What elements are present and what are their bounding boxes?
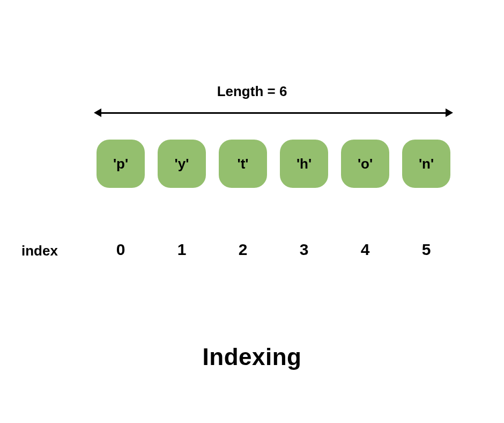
cell-3: 'h' — [280, 140, 328, 188]
diagram-title: Indexing — [203, 344, 302, 370]
index-2: 2 — [219, 240, 267, 259]
arrow-right-icon — [446, 108, 453, 117]
index-1: 1 — [158, 240, 206, 259]
cells-row: 'p' 'y' 't' 'h' 'o' 'n' — [97, 140, 450, 188]
cell-5: 'n' — [402, 140, 450, 188]
cell-4: 'o' — [341, 140, 389, 188]
index-4: 4 — [341, 240, 389, 259]
index-3: 3 — [280, 240, 328, 259]
cell-1: 'y' — [158, 140, 206, 188]
length-label: Length = 6 — [217, 83, 287, 100]
index-label: index — [21, 243, 58, 259]
cell-0: 'p' — [97, 140, 145, 188]
length-arrow — [94, 107, 453, 118]
cell-2: 't' — [219, 140, 267, 188]
index-0: 0 — [97, 240, 145, 259]
arrow-line — [98, 112, 449, 114]
indices-row: 0 1 2 3 4 5 — [97, 240, 450, 259]
index-5: 5 — [402, 240, 450, 259]
